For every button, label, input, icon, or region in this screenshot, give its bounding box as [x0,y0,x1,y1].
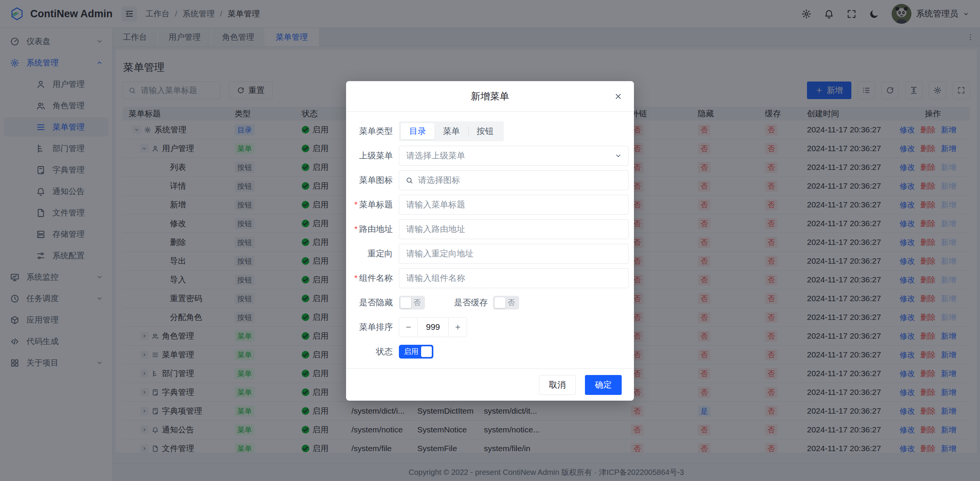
hide-label: 是否隐藏 [346,297,393,308]
cache-toggle[interactable]: 否 [493,296,519,310]
route-label: 路由地址 [346,223,393,235]
status-toggle-value: 启用 [404,347,418,357]
menu-icon-label: 菜单图标 [346,174,393,186]
route-input[interactable] [405,224,622,235]
menu-type-label: 菜单类型 [346,126,393,137]
sort-label: 菜单排序 [346,321,393,333]
plus-icon [454,324,461,331]
sort-stepper: 999 [399,317,467,337]
minus-icon [405,324,412,331]
menu-icon-picker[interactable] [399,170,629,190]
parent-menu-label: 上级菜单 [346,150,393,161]
modal-title: 新增菜单 [471,90,509,103]
redirect-input[interactable] [405,248,622,259]
menu-title-input[interactable] [405,199,622,210]
menu-title-label: 菜单标题 [346,199,393,210]
menu-type-option-menu[interactable]: 菜单 [434,123,468,139]
redirect-label: 重定向 [346,248,393,259]
stepper-minus-button[interactable] [399,318,418,337]
component-input[interactable] [405,273,622,284]
component-label: 组件名称 [346,272,393,284]
toggle-knob [400,297,411,308]
confirm-button[interactable]: 确定 [585,375,622,395]
close-icon[interactable] [614,92,622,101]
sort-value: 999 [418,318,448,337]
redirect-field [399,244,629,264]
cancel-button[interactable]: 取消 [539,375,576,395]
status-toggle[interactable]: 启用 [399,345,433,359]
toggle-knob [495,297,505,308]
add-menu-modal: 新增菜单 菜单类型 目录 菜单 按钮 上级菜单 菜单图标 [346,81,634,401]
status-label: 状态 [346,346,393,357]
hide-toggle-value: 否 [413,298,421,308]
cache-label: 是否缓存 [454,297,488,308]
component-field [399,268,629,288]
menu-type-option-dir[interactable]: 目录 [401,123,434,139]
cache-toggle-value: 否 [508,298,515,308]
search-icon [405,176,413,184]
toggle-knob [421,346,432,357]
route-field [399,219,629,239]
hide-toggle[interactable]: 否 [399,296,425,310]
stepper-plus-button[interactable] [448,318,467,337]
menu-type-option-button[interactable]: 按钮 [468,123,502,139]
menu-icon-input[interactable] [417,175,622,186]
parent-menu-select[interactable] [399,146,629,166]
chevron-down-icon [614,152,622,160]
parent-menu-input[interactable] [405,150,611,161]
menu-title-field [399,195,629,215]
menu-type-radio-group: 目录 菜单 按钮 [399,121,504,141]
